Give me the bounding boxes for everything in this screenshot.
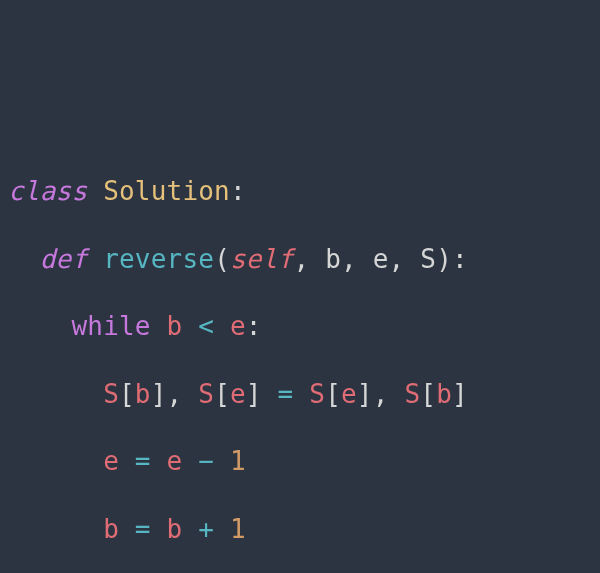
keyword-def: def [40,244,88,274]
paren-close: ) [436,244,452,274]
keyword-while: while [71,311,150,341]
operator: + [182,514,230,544]
bracket-close: ] [246,379,262,409]
bracket-open: [ [214,379,230,409]
space [151,311,167,341]
variable: b [167,311,183,341]
operator: = [119,514,167,544]
code-line: S[b], S[e] = S[e], S[b] [0,378,600,412]
colon: : [246,311,262,341]
variable: S [404,379,420,409]
keyword-class: class [8,176,87,206]
bracket-open: [ [325,379,341,409]
bracket-close: ] [452,379,468,409]
code-line: class Solution: [0,175,600,209]
comma: , [373,379,405,409]
variable: b [167,514,183,544]
variable: e [230,311,246,341]
comma: , [167,379,199,409]
number: 1 [230,514,246,544]
bracket-close: ] [151,379,167,409]
variable: b [103,514,119,544]
function-name: reverse [103,244,214,274]
number: 1 [230,446,246,476]
operator: = [262,379,310,409]
code-line: while b < e: [0,310,600,344]
variable: S [103,379,119,409]
operator: < [182,311,230,341]
param: e [373,244,389,274]
comma: , [389,244,421,274]
bracket-close: ] [357,379,373,409]
variable: S [309,379,325,409]
class-name: Solution [103,176,230,206]
paren-open: ( [214,244,230,274]
param: b [325,244,341,274]
index: e [230,379,246,409]
colon: : [230,176,246,206]
code-block: class Solution: def reverse(self, b, e, … [0,141,600,573]
param: S [420,244,436,274]
operator: − [182,446,230,476]
index: b [436,379,452,409]
colon: : [452,244,468,274]
variable: e [167,446,183,476]
operator: = [119,446,167,476]
index: e [341,379,357,409]
index: b [135,379,151,409]
variable: S [198,379,214,409]
comma: , [341,244,373,274]
self-param: self [230,244,293,274]
code-line: b = b + 1 [0,513,600,547]
code-line: e = e − 1 [0,445,600,479]
bracket-open: [ [420,379,436,409]
variable: e [103,446,119,476]
code-line: def reverse(self, b, e, S): [0,243,600,277]
bracket-open: [ [119,379,135,409]
comma: , [293,244,325,274]
